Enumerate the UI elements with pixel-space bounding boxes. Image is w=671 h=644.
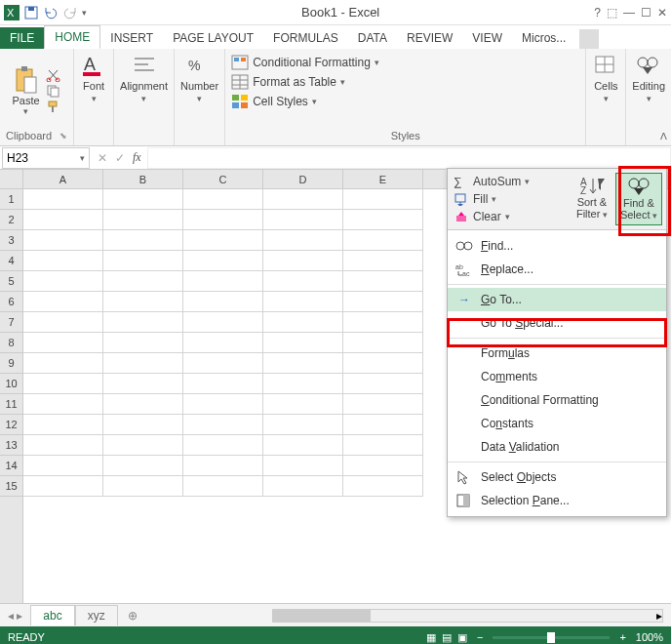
format-as-table-button[interactable]: Format as Table▾ <box>231 72 379 92</box>
cell[interactable] <box>23 251 103 271</box>
row-header[interactable]: 10 <box>0 374 22 394</box>
ribbon-display-icon[interactable]: ⬚ <box>607 6 617 20</box>
number-button[interactable]: % Number▾ <box>180 53 218 140</box>
cell[interactable] <box>103 333 183 353</box>
font-button[interactable]: A Font▾ <box>80 53 107 140</box>
cell[interactable] <box>23 476 103 497</box>
cell[interactable] <box>263 353 343 374</box>
minimize-icon[interactable]: — <box>623 6 635 20</box>
clipboard-launcher-icon[interactable]: ⬊ <box>56 131 67 141</box>
view-normal-icon[interactable]: ▦ <box>426 631 436 644</box>
cell[interactable] <box>23 435 103 456</box>
cell[interactable] <box>183 353 263 374</box>
cell[interactable] <box>23 415 103 435</box>
format-painter-icon[interactable] <box>46 100 61 113</box>
cells-button[interactable]: Cells▾ <box>592 53 619 140</box>
cell[interactable] <box>343 210 423 230</box>
cell[interactable] <box>183 415 263 435</box>
close-icon[interactable]: ✕ <box>657 6 667 20</box>
tab-data[interactable]: DATA <box>348 27 397 49</box>
menu-goto[interactable]: →Go To... <box>448 288 666 311</box>
row-header[interactable]: 3 <box>0 230 22 251</box>
cell[interactable] <box>23 271 103 292</box>
menu-formulas[interactable]: Formulas <box>448 342 666 365</box>
zoom-in-icon[interactable]: + <box>619 631 625 643</box>
cell[interactable] <box>263 292 343 312</box>
cell[interactable] <box>343 251 423 271</box>
cell[interactable] <box>263 476 343 497</box>
cell[interactable] <box>103 456 183 476</box>
cell[interactable] <box>183 189 263 210</box>
cell[interactable] <box>103 292 183 312</box>
row-header[interactable]: 11 <box>0 394 22 415</box>
cell[interactable] <box>263 456 343 476</box>
account-avatar-icon[interactable] <box>579 29 599 49</box>
cell[interactable] <box>23 456 103 476</box>
cancel-formula-icon[interactable]: ✕ <box>98 151 107 165</box>
column-header[interactable]: B <box>103 170 183 188</box>
cell[interactable] <box>343 271 423 292</box>
cell[interactable] <box>103 230 183 251</box>
cell[interactable] <box>103 476 183 497</box>
tab-home[interactable]: HOME <box>44 25 100 49</box>
cell[interactable] <box>183 230 263 251</box>
view-page-layout-icon[interactable]: ▤ <box>442 631 452 644</box>
menu-selection-pane[interactable]: Selection Pane... <box>448 489 666 512</box>
fx-icon[interactable]: fx <box>133 150 141 165</box>
cell[interactable] <box>343 292 423 312</box>
cell[interactable] <box>263 230 343 251</box>
cell[interactable] <box>263 333 343 353</box>
row-header[interactable]: 4 <box>0 251 22 271</box>
cell[interactable] <box>103 210 183 230</box>
zoom-out-icon[interactable]: − <box>477 631 483 643</box>
row-header[interactable]: 9 <box>0 353 22 374</box>
cell[interactable] <box>23 292 103 312</box>
cell[interactable] <box>23 374 103 394</box>
cell[interactable] <box>103 394 183 415</box>
cell[interactable] <box>103 435 183 456</box>
cell[interactable] <box>343 189 423 210</box>
menu-find[interactable]: FFind...ind... <box>448 234 666 258</box>
alignment-button[interactable]: Alignment▾ <box>120 53 168 140</box>
cell[interactable] <box>103 271 183 292</box>
cell[interactable] <box>343 415 423 435</box>
cell[interactable] <box>103 415 183 435</box>
sort-filter-button[interactable]: AZ Sort & Filter ▾ <box>572 173 612 225</box>
cell[interactable] <box>23 230 103 251</box>
row-header[interactable]: 7 <box>0 312 22 333</box>
cell[interactable] <box>183 292 263 312</box>
cell[interactable] <box>263 251 343 271</box>
cell[interactable] <box>23 333 103 353</box>
menu-conditional-formatting[interactable]: Conditional Formatting <box>448 388 666 412</box>
cell[interactable] <box>183 312 263 333</box>
row-header[interactable]: 8 <box>0 333 22 353</box>
cut-icon[interactable] <box>46 68 61 82</box>
cell[interactable] <box>103 189 183 210</box>
formula-bar[interactable] <box>147 147 671 169</box>
maximize-icon[interactable]: ☐ <box>641 6 651 20</box>
copy-icon[interactable] <box>46 84 61 98</box>
column-header[interactable]: E <box>343 170 423 188</box>
cell[interactable] <box>183 210 263 230</box>
conditional-formatting-button[interactable]: Conditional Formatting▾ <box>231 53 379 72</box>
name-box[interactable]: H23▾ <box>2 147 90 169</box>
enter-formula-icon[interactable]: ✓ <box>115 151 125 165</box>
cell[interactable] <box>343 230 423 251</box>
cell[interactable] <box>343 394 423 415</box>
paste-button[interactable]: Paste ▾ <box>12 65 39 116</box>
cell[interactable] <box>183 456 263 476</box>
tab-file[interactable]: FILE <box>0 27 44 49</box>
cell[interactable] <box>343 435 423 456</box>
sheet-tab-xyz[interactable]: xyz <box>75 605 118 625</box>
cell[interactable] <box>23 189 103 210</box>
redo-icon[interactable] <box>62 5 78 20</box>
cell[interactable] <box>183 251 263 271</box>
editing-button[interactable]: Editing▾ <box>632 53 665 140</box>
row-header[interactable]: 14 <box>0 456 22 476</box>
menu-goto-special[interactable]: Go To Special... <box>448 311 666 335</box>
cell[interactable] <box>183 333 263 353</box>
cell[interactable] <box>263 415 343 435</box>
cell[interactable] <box>263 312 343 333</box>
cell[interactable] <box>183 435 263 456</box>
tab-page-layout[interactable]: PAGE LAYOUT <box>163 27 263 49</box>
